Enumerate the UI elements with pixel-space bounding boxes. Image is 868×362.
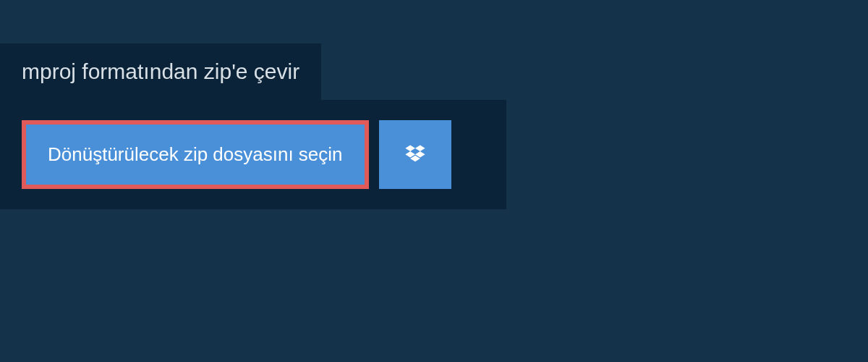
dropbox-button[interactable] — [379, 120, 451, 189]
page-title: mproj formatından zip'e çevir — [22, 59, 299, 83]
select-file-button[interactable]: Dönüştürülecek zip dosyasını seçin — [22, 120, 369, 189]
converter-panel: Dönüştürülecek zip dosyasını seçin — [0, 100, 506, 209]
action-row: Dönüştürülecek zip dosyasını seçin — [22, 120, 485, 189]
page-header: mproj formatından zip'e çevir — [0, 43, 321, 100]
select-file-label: Dönüştürülecek zip dosyasını seçin — [48, 143, 343, 165]
dropbox-icon — [403, 143, 427, 167]
